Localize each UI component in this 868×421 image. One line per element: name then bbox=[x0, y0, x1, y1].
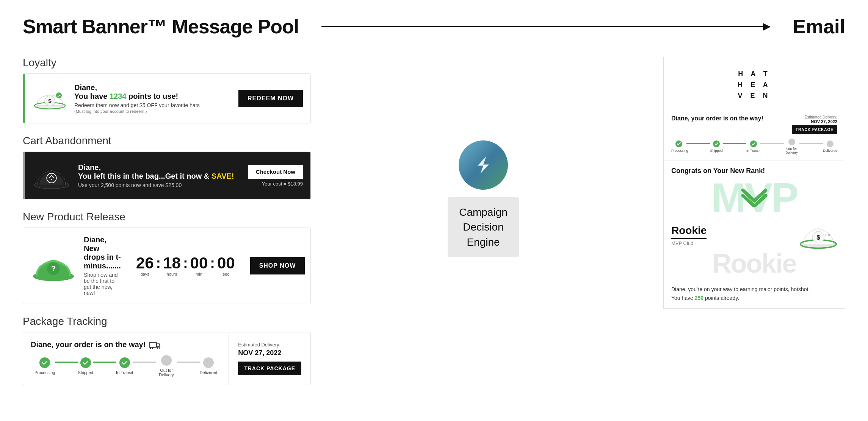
footer-line1: Diane, you're on your way to earning maj… bbox=[671, 285, 837, 293]
loyalty-greeting: Diane, bbox=[74, 83, 231, 92]
email-step-out-for-delivery: Out for Delivery bbox=[784, 139, 799, 154]
loyalty-hat-icon: $ 1+ bbox=[33, 81, 67, 115]
email-line-3 bbox=[760, 143, 784, 144]
rank-info: Rookie MVP Club bbox=[671, 225, 707, 246]
email-track-button[interactable]: TRACK PACKAGE bbox=[792, 125, 837, 134]
cart-main-pre: You left this in the bag...Get it now & bbox=[78, 172, 212, 180]
page-title: Smart Banner™ Message Pool bbox=[23, 15, 299, 38]
step-label-processing: Processing bbox=[34, 370, 55, 375]
rookie-bg-text: Rookie bbox=[671, 250, 837, 277]
cde-label: Campaign Decision Engine bbox=[448, 197, 519, 257]
svg-text:$: $ bbox=[48, 97, 52, 104]
rank-sub: MVP Club bbox=[671, 240, 707, 246]
loyalty-fine-print: (Must log into your account to redeem.) bbox=[74, 109, 231, 114]
step-circle-out-for-delivery bbox=[161, 355, 172, 366]
email-label-in-transit: In Transit bbox=[746, 149, 760, 153]
email-label-out-for-delivery: Out for Delivery bbox=[784, 147, 799, 154]
rank-row: Rookie MVP Club $ bbox=[671, 216, 837, 254]
cart-section-label: Cart Abandonment bbox=[23, 135, 311, 147]
email-header: H A T H E A V E N bbox=[664, 57, 845, 109]
package-right: Estimated Delivery: NOV 27, 2022 TRACK P… bbox=[229, 332, 310, 385]
countdown-hours-label: hours bbox=[167, 272, 177, 276]
email-circle-in-transit bbox=[750, 140, 757, 147]
progress-track: Processing Shipped bbox=[31, 355, 221, 377]
email-circle-out-for-delivery bbox=[788, 139, 795, 145]
cart-text: Diane, You left this in the bag...Get it… bbox=[78, 163, 241, 188]
svg-text:?: ? bbox=[51, 264, 56, 273]
cde-label-line2: Decision bbox=[459, 220, 508, 234]
countdown-sep-2: : bbox=[183, 256, 188, 270]
footer-post: points already. bbox=[703, 295, 739, 301]
email-order-section: Diane, your order is on the way! Estimat… bbox=[664, 109, 845, 161]
progress-line-3 bbox=[133, 362, 156, 363]
header-arrow bbox=[299, 26, 793, 27]
svg-point-13 bbox=[150, 347, 153, 349]
package-left: Diane, your order is on the way! bbox=[23, 332, 229, 385]
rank-name: Rookie bbox=[671, 225, 707, 239]
countdown-sec: 00 sec bbox=[217, 255, 235, 276]
email-brand: H A T H E A V E N bbox=[671, 69, 837, 101]
cde-label-line1: Campaign bbox=[459, 205, 508, 220]
svg-text:1+: 1+ bbox=[57, 94, 60, 97]
step-label-delivered: Delivered bbox=[200, 370, 217, 375]
main-content: Loyalty $ bbox=[23, 57, 845, 396]
countdown-days-label: days bbox=[141, 272, 149, 276]
package-banner-card: Diane, your order is on the way! bbox=[23, 332, 311, 385]
est-delivery-date: NOV 27, 2022 bbox=[238, 349, 301, 357]
countdown-days: 26 days bbox=[136, 255, 154, 276]
step-delivered: Delivered bbox=[200, 357, 217, 375]
email-step-shipped: Shipped bbox=[710, 140, 722, 153]
countdown-min: 00 min bbox=[190, 255, 208, 276]
email-est-date: NOV 27, 2022 bbox=[792, 119, 837, 124]
svg-text:H H: H H bbox=[825, 233, 830, 237]
countdown-group: 26 days : 18 hours : 00 min : bbox=[136, 255, 235, 276]
countdown-sep-1: : bbox=[156, 256, 161, 270]
connection-area: Campaign Decision Engine bbox=[311, 57, 656, 341]
countdown-sec-label: sec bbox=[223, 272, 229, 276]
email-rank-section: Congrats on Your New Rank! MVP Rookie MV… bbox=[664, 161, 845, 279]
step-circle-in-transit bbox=[119, 357, 130, 368]
step-shipped: Shipped bbox=[78, 357, 93, 375]
package-section-label: Package Tracking bbox=[23, 315, 311, 327]
cart-main: You left this in the bag...Get it now & … bbox=[78, 172, 241, 181]
new-product-inner: ? Diane, New drops in t-minus....... Sho… bbox=[23, 228, 310, 304]
countdown-min-label: min bbox=[196, 272, 202, 276]
cart-inner: Diane, You left this in the bag...Get it… bbox=[23, 152, 310, 199]
est-delivery-label: Estimated Delivery: bbox=[238, 342, 301, 348]
email-step-in-transit: In Transit bbox=[746, 140, 760, 153]
checkout-button[interactable]: Checkout Now bbox=[248, 165, 303, 179]
new-product-greeting: Diane, bbox=[84, 235, 121, 244]
step-processing: Processing bbox=[34, 357, 55, 375]
truck-icon bbox=[149, 340, 161, 349]
package-inner: Diane, your order is on the way! bbox=[23, 332, 310, 385]
email-congrats-title: Congrats on Your New Rank! bbox=[671, 167, 837, 175]
new-product-hat-icon: ? bbox=[31, 249, 76, 283]
email-label-shipped: Shipped bbox=[710, 149, 722, 153]
cart-button-group: Checkout Now Your cost = $18.99 bbox=[248, 165, 303, 187]
track-package-button[interactable]: TRACK PACKAGE bbox=[238, 362, 301, 375]
shop-button[interactable]: SHOP NOW bbox=[250, 257, 305, 274]
countdown-hours-num: 18 bbox=[163, 255, 181, 271]
email-line-4 bbox=[799, 143, 823, 144]
step-label-shipped: Shipped bbox=[78, 370, 93, 375]
loyalty-text: Diane, You have 1234 points to use! Rede… bbox=[74, 83, 231, 114]
svg-rect-12 bbox=[149, 342, 157, 347]
email-order-title: Diane, your order is on the way! bbox=[671, 115, 763, 122]
loyalty-inner: $ 1+ Diane, You have 1234 points to use!… bbox=[23, 74, 310, 123]
new-product-banner-card: ? Diane, New drops in t-minus....... Sho… bbox=[23, 228, 311, 304]
points-post: points to use! bbox=[127, 92, 179, 100]
step-label-in-transit: In Transit bbox=[116, 370, 133, 375]
cde-block: Campaign Decision Engine bbox=[448, 140, 519, 257]
email-footer-text: Diane, you're on your way to earning maj… bbox=[664, 279, 845, 308]
header-row: Smart Banner™ Message Pool Email bbox=[23, 15, 845, 38]
svg-point-14 bbox=[157, 347, 160, 349]
new-product-section-label: New Product Release bbox=[23, 211, 311, 223]
brand-line3: V E N bbox=[738, 92, 771, 100]
package-title-text: Diane, your order is on the way! bbox=[31, 340, 146, 349]
email-label-delivered: Delivered bbox=[823, 149, 837, 153]
email-section-title: Email bbox=[793, 15, 845, 38]
package-title: Diane, your order is on the way! bbox=[31, 340, 221, 349]
redeem-button[interactable]: REDEEM NOW bbox=[238, 90, 303, 107]
step-out-for-delivery: Out for Delivery bbox=[156, 355, 177, 377]
countdown-sep-3: : bbox=[210, 256, 215, 270]
